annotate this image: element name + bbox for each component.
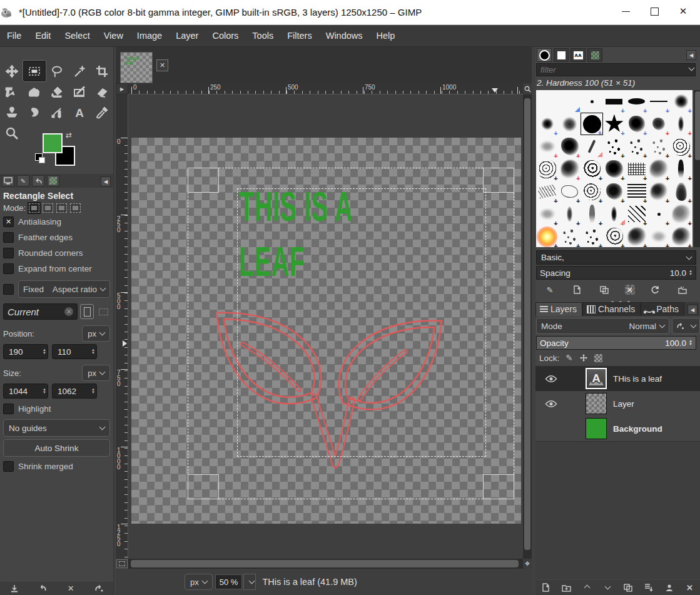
horizontal-scrollbar[interactable] (128, 559, 523, 569)
horizontal-scrollbar-thumb[interactable] (131, 560, 519, 567)
menu-item[interactable]: View (97, 25, 130, 46)
selection-handle-bottom-left[interactable] (188, 474, 219, 499)
layer-row-text[interactable]: A THis is a leaf (535, 366, 700, 391)
spin-arrows-icon[interactable]: ▲▼ (91, 388, 95, 394)
position-unit-dropdown[interactable]: px (82, 325, 110, 342)
brush-grid-scrollbar[interactable] (694, 90, 700, 247)
clear-entry-icon[interactable]: ✕ (64, 307, 73, 316)
reset-tool-options-button[interactable] (92, 583, 106, 594)
select-mode-intersect[interactable] (70, 203, 81, 213)
menu-item[interactable]: Layer (169, 25, 205, 46)
tab-fonts[interactable]: AA (571, 48, 586, 62)
tool-bucket-fill[interactable] (46, 81, 68, 102)
brush-filter-input[interactable] (536, 63, 696, 76)
layer-thumbnail-alpha[interactable] (586, 393, 607, 414)
tab-gradients[interactable] (587, 48, 602, 62)
brush-item-blob[interactable]: + (626, 113, 648, 135)
tool-move[interactable] (1, 61, 23, 81)
position-y-field[interactable]: 110▲▼ (52, 344, 97, 359)
brush-item-figure[interactable]: + (559, 180, 581, 203)
tab-image-thumbnail[interactable] (47, 175, 59, 186)
spin-arrows-icon[interactable]: ▲▼ (43, 388, 46, 394)
antialiasing-checkbox[interactable]: ✕ (3, 216, 14, 227)
brush-item-net[interactable]: + (670, 135, 692, 158)
brush-item-grunge[interactable]: + (647, 158, 670, 180)
landscape-orientation-button[interactable] (96, 304, 110, 319)
brush-item-blob[interactable]: + (559, 135, 581, 158)
fixed-combo[interactable]: Fixed Aspect ratio (18, 280, 110, 298)
collapse-layers-dock-icon[interactable]: ◀ (687, 305, 697, 315)
menu-item[interactable]: Colors (205, 25, 245, 46)
open-brush-as-image-button[interactable] (676, 284, 689, 295)
brush-item-swirl[interactable]: + (581, 158, 603, 180)
brush-scrollbar-thumb[interactable] (695, 91, 700, 160)
layer-name[interactable]: THis is a leaf (613, 374, 662, 384)
opacity-slider[interactable]: Opacity 100.0 ▲▼ (536, 336, 696, 350)
guides-dropdown[interactable]: No guides (3, 419, 110, 437)
tab-channels[interactable]: Channels (582, 302, 641, 316)
layer-mode-options[interactable] (672, 318, 700, 334)
tool-eraser[interactable] (91, 81, 113, 102)
tab-tool-options[interactable] (2, 175, 14, 186)
horizontal-ruler[interactable]: 0 250 500 750 1000 (128, 83, 523, 94)
delete-brush-button[interactable]: ✕ (625, 285, 635, 295)
brush-item-blob[interactable]: + (647, 113, 670, 135)
menu-item[interactable]: Select (58, 25, 96, 46)
lower-layer-button[interactable] (601, 582, 614, 593)
delete-tool-preset-button[interactable]: ✕ (64, 583, 78, 594)
statusbar-unit-dropdown[interactable]: px (185, 574, 213, 590)
menu-item[interactable]: File (0, 25, 28, 46)
layer-mode-dropdown[interactable]: Mode Normal (536, 318, 669, 334)
vertical-ruler[interactable]: 0 250 500 750 1000 1250 (116, 94, 128, 559)
lock-position-icon[interactable] (579, 353, 588, 362)
ruler-menu-button[interactable]: ▶ (116, 83, 128, 94)
save-tool-preset-button[interactable] (8, 583, 21, 594)
selection-handle-bottom-right[interactable] (483, 474, 514, 499)
collapse-right-dock-icon[interactable]: ◀ (686, 50, 696, 60)
tool-free-select[interactable] (46, 61, 68, 81)
highlight-checkbox[interactable] (3, 404, 14, 414)
tab-brushes[interactable] (537, 48, 552, 62)
navigation-button[interactable]: ✥ (523, 559, 532, 569)
zoom-level-field[interactable]: 50 % (215, 574, 243, 589)
brush-item-hatch[interactable]: + (626, 158, 648, 180)
expand-from-center-checkbox[interactable] (3, 263, 14, 274)
tool-smudge[interactable] (23, 102, 46, 123)
shrink-merged-checkbox[interactable] (3, 461, 14, 472)
layer-name[interactable]: Background (613, 424, 662, 434)
zoom-level-dropdown[interactable] (243, 574, 256, 590)
duplicate-brush-button[interactable] (597, 284, 611, 295)
select-mode-replace[interactable] (29, 203, 39, 213)
edit-brush-button[interactable]: ✎ (543, 284, 557, 295)
brush-spacing-slider[interactable]: Spacing 10.0 ▲▼ (536, 266, 696, 280)
tab-paths[interactable]: Paths (641, 302, 684, 316)
vertical-scrollbar-thumb[interactable] (524, 98, 530, 550)
spin-arrows-icon[interactable]: ▲▼ (43, 348, 46, 355)
layer-thumbnail-background[interactable] (586, 418, 607, 439)
select-mode-add[interactable] (43, 203, 53, 213)
brush-item-bar[interactable]: + (603, 90, 626, 113)
brush-item-grunge[interactable]: + (670, 225, 692, 247)
brush-item-scatter[interactable]: + (559, 225, 581, 247)
maximize-button[interactable] (640, 1, 669, 21)
brush-item-scatter[interactable]: + (603, 135, 626, 158)
canvas-image[interactable]: THIS IS ALEAF (131, 138, 521, 524)
tool-crop[interactable] (91, 61, 113, 81)
brush-item-net[interactable]: + (581, 180, 603, 203)
tool-rectangle-select[interactable] (23, 61, 46, 81)
tab-layers[interactable]: Layers (535, 302, 582, 316)
brush-item-scribble[interactable]: + (536, 180, 559, 203)
auto-shrink-button[interactable]: Auto Shrink (3, 439, 110, 457)
brush-item-lines[interactable]: + (626, 180, 648, 203)
foreground-color-swatch[interactable] (43, 133, 63, 153)
brush-item-streak[interactable]: + (603, 203, 626, 225)
select-mode-subtract[interactable] (56, 203, 67, 213)
delete-layer-button[interactable]: ✕ (683, 582, 697, 593)
spin-arrows-icon[interactable]: ▲▼ (689, 270, 692, 276)
visibility-eye-icon[interactable] (544, 375, 558, 383)
add-mask-button[interactable] (662, 582, 676, 593)
tool-color-picker[interactable] (91, 102, 113, 123)
tool-fuzzy-select[interactable] (68, 61, 91, 81)
brush-item-grunge[interactable]: + (626, 225, 648, 247)
brush-item-soft[interactable] (559, 113, 581, 135)
